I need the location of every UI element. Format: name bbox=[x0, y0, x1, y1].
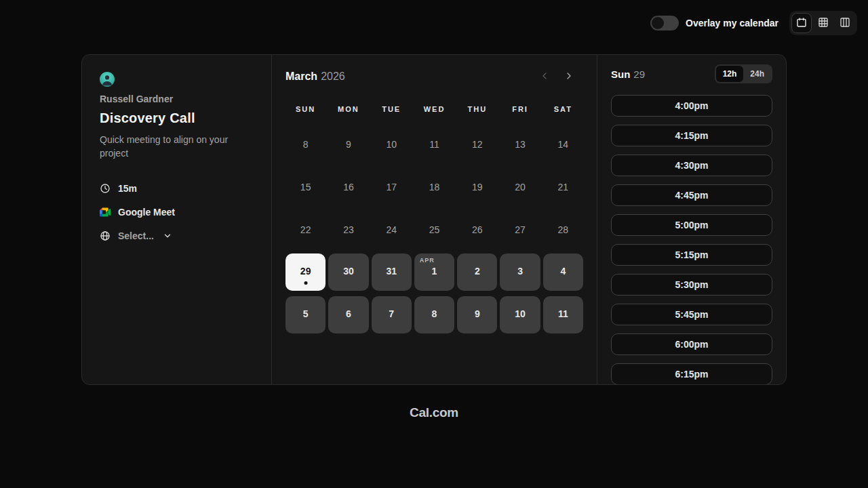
chevron-down-icon bbox=[163, 231, 172, 241]
weekday-label: WED bbox=[414, 105, 454, 115]
calendar-day-past: 8 bbox=[285, 125, 326, 163]
overlay-calendar-label: Overlay my calendar bbox=[686, 18, 778, 28]
cal-com-logo[interactable]: Cal.com bbox=[410, 405, 458, 420]
weekday-label: SAT bbox=[543, 105, 583, 115]
calendar-day-past: 27 bbox=[500, 211, 540, 248]
time-slot-button[interactable]: 4:30pm bbox=[611, 155, 772, 176]
time-slot-button[interactable]: 5:00pm bbox=[611, 214, 772, 236]
google-meet-icon bbox=[100, 207, 111, 218]
calendar-day-past: 20 bbox=[500, 168, 540, 205]
next-month-tag: APR bbox=[420, 257, 435, 264]
calendar-day-past: 12 bbox=[457, 125, 497, 163]
chevron-left-icon bbox=[539, 70, 550, 83]
calendar-day-past: 22 bbox=[285, 211, 326, 248]
calendar-day-grid: 8 9 10 11 12 13 14 15 16 17 18 19 20 21 … bbox=[285, 125, 583, 333]
selected-day-dot bbox=[304, 281, 307, 285]
weekday-label: THU bbox=[457, 105, 497, 115]
calendar-view-button[interactable] bbox=[791, 13, 812, 33]
calendar-day-past: 21 bbox=[543, 168, 583, 205]
columns-view-button[interactable] bbox=[835, 13, 855, 33]
calendar-year: 2026 bbox=[321, 70, 345, 82]
time-slot-button[interactable]: 5:30pm bbox=[611, 274, 772, 296]
host-avatar bbox=[100, 72, 115, 87]
timezone-value: Select... bbox=[118, 230, 154, 241]
calendar-day-past: 9 bbox=[328, 125, 368, 163]
weekday-label: FRI bbox=[500, 105, 540, 115]
time-slots-panel: Sun29 12h 24h 4:00pm 4:15pm 4:30pm 4:45p… bbox=[597, 55, 786, 384]
calendar-day-available[interactable]: 10 bbox=[500, 296, 540, 333]
calendar-day-past: 26 bbox=[457, 211, 497, 248]
event-title: Discovery Call bbox=[100, 110, 254, 126]
calendar-day-past: 28 bbox=[543, 211, 583, 248]
calendar-day-available[interactable]: APR 1 bbox=[414, 253, 454, 291]
calendar-day-available[interactable]: 6 bbox=[328, 296, 368, 333]
calendar-day-past: 19 bbox=[457, 168, 497, 205]
calendar-day-past: 18 bbox=[414, 168, 454, 205]
calendar-day-available[interactable]: 4 bbox=[543, 253, 583, 291]
calendar-day-past: 14 bbox=[543, 125, 583, 163]
calendar-day-available[interactable]: 3 bbox=[500, 253, 540, 291]
calendar-day-available[interactable]: 2 bbox=[457, 253, 497, 291]
selected-date-label: Sun29 bbox=[611, 68, 645, 80]
booking-card: Russell Gardner Discovery Call Quick mee… bbox=[81, 54, 787, 385]
calendar-day-available[interactable]: 7 bbox=[372, 296, 412, 333]
overlay-calendar-control: Overlay my calendar bbox=[650, 16, 778, 30]
calendar-day-past: 13 bbox=[500, 125, 540, 163]
calendar-day-past: 24 bbox=[372, 211, 412, 248]
calendar-day-selected[interactable]: 29 bbox=[285, 253, 326, 291]
chevron-right-icon bbox=[564, 70, 574, 83]
weekday-label: SUN bbox=[285, 105, 326, 115]
calendar-day-available[interactable]: 8 bbox=[414, 296, 454, 333]
calendar-day-past: 15 bbox=[285, 168, 326, 205]
previous-month-button bbox=[536, 68, 553, 85]
grid-view-button[interactable] bbox=[813, 13, 833, 33]
time-format-toggle: 12h 24h bbox=[715, 64, 772, 83]
location-row: Google Meet bbox=[100, 205, 254, 220]
topbar: Overlay my calendar bbox=[650, 11, 857, 35]
calendar-day-past: 11 bbox=[414, 125, 454, 163]
time-slot-list: 4:00pm 4:15pm 4:30pm 4:45pm 5:00pm 5:15p… bbox=[611, 95, 772, 385]
calendar-day-past: 23 bbox=[328, 211, 368, 248]
time-slot-button[interactable]: 4:15pm bbox=[611, 125, 772, 146]
format-24h-button[interactable]: 24h bbox=[743, 66, 771, 82]
calendar-day-available[interactable]: 30 bbox=[328, 253, 368, 291]
calendar-month: March bbox=[285, 70, 317, 82]
grid-view-icon bbox=[818, 17, 829, 30]
calendar-day-past: 10 bbox=[372, 125, 412, 163]
timezone-selector[interactable]: Select... bbox=[100, 228, 254, 243]
weekday-label: TUE bbox=[372, 105, 412, 115]
layout-view-switcher bbox=[789, 11, 857, 35]
location-value: Google Meet bbox=[118, 207, 175, 218]
weekday-label: MON bbox=[328, 105, 368, 115]
format-12h-button[interactable]: 12h bbox=[716, 66, 744, 82]
globe-icon bbox=[100, 230, 111, 241]
calendar-day-available[interactable]: 31 bbox=[372, 253, 412, 291]
duration-row: 15m bbox=[100, 181, 254, 196]
time-slot-button[interactable]: 5:45pm bbox=[611, 304, 772, 325]
overlay-calendar-toggle[interactable] bbox=[650, 16, 679, 30]
time-slot-button[interactable]: 4:45pm bbox=[611, 184, 772, 206]
calendar-title: March2026 bbox=[285, 70, 345, 83]
time-slot-button[interactable]: 5:15pm bbox=[611, 244, 772, 266]
clock-icon bbox=[100, 183, 111, 194]
calendar-day-available[interactable]: 5 bbox=[285, 296, 326, 333]
calendar-header: March2026 bbox=[285, 68, 583, 85]
columns-view-icon bbox=[840, 17, 850, 30]
calendar-day-available[interactable]: 11 bbox=[543, 296, 583, 333]
weekday-header-row: SUN MON TUE WED THU FRI SAT bbox=[285, 105, 583, 115]
calendar-day-past: 17 bbox=[372, 168, 412, 205]
event-meta: 15m Google Meet bbox=[100, 181, 254, 243]
calendar-nav bbox=[536, 68, 583, 85]
calendar-view-icon bbox=[796, 17, 807, 30]
calendar-day-past: 16 bbox=[328, 168, 368, 205]
time-slot-button[interactable]: 4:00pm bbox=[611, 95, 772, 117]
calendar-day-available[interactable]: 9 bbox=[457, 296, 497, 333]
event-description: Quick meeting to align on your project bbox=[100, 133, 245, 160]
calendar-day-past: 25 bbox=[414, 211, 454, 248]
footer: Cal.com bbox=[0, 405, 868, 420]
calendar-panel: March2026 SUN MON TUE WED THU bbox=[272, 55, 597, 384]
time-slot-button[interactable]: 6:15pm bbox=[611, 363, 772, 385]
time-slot-button[interactable]: 6:00pm bbox=[611, 333, 772, 355]
next-month-button[interactable] bbox=[560, 68, 578, 85]
slots-header: Sun29 12h 24h bbox=[611, 64, 772, 83]
